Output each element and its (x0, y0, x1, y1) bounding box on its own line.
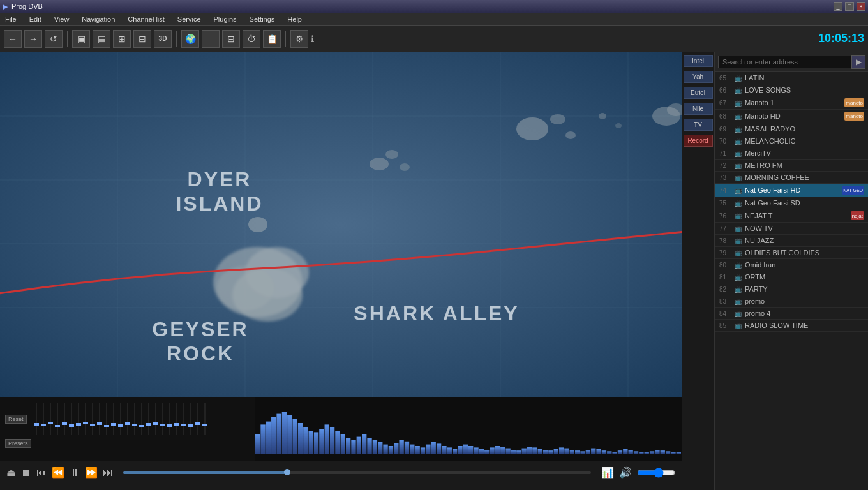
refresh-button[interactable]: ↺ (45, 30, 63, 48)
menu-channel-list[interactable]: Channel list (125, 14, 167, 24)
channel-item[interactable]: 81 📺 ORTM (715, 271, 868, 283)
presets-button[interactable]: Presets (5, 439, 31, 448)
channel-item[interactable]: 75 📺 Nat Geo Farsi SD (715, 197, 868, 209)
search-button[interactable]: ▶ (851, 55, 865, 69)
view-wide-button[interactable]: ▤ (93, 30, 110, 48)
prev-chapter-button[interactable]: ⏮ (36, 467, 47, 479)
channel-item[interactable]: 71 📺 MerciTV (715, 147, 868, 160)
record-label-button[interactable]: Record (684, 135, 713, 147)
channel-item[interactable]: 79 📺 OLDIES BUT GOLDIES (715, 247, 868, 259)
equalizer-icon[interactable]: 📊 (601, 466, 614, 479)
view-3d-button[interactable]: 3D (154, 30, 172, 48)
eq-slider-thumb[interactable] (132, 424, 137, 426)
menu-service[interactable]: Service (175, 14, 204, 24)
fast-forward-button[interactable]: ⏩ (85, 466, 98, 479)
search-input[interactable] (718, 56, 851, 68)
eq-slider-thumb[interactable] (48, 422, 53, 424)
view-list-button[interactable]: ⊟ (133, 30, 151, 48)
channel-item[interactable]: 83 📺 promo (715, 295, 868, 308)
menu-file[interactable]: File (3, 14, 19, 24)
minimize-button[interactable]: _ (834, 2, 842, 11)
menu-help[interactable]: Help (285, 14, 304, 24)
eq-slider-thumb[interactable] (104, 425, 109, 427)
channel-item[interactable]: 82 📺 PARTY (715, 283, 868, 295)
eq-slider-thumb[interactable] (181, 424, 186, 426)
channel-item[interactable]: 72 📺 METRO FM (715, 160, 868, 172)
eq-slider-thumb[interactable] (69, 424, 74, 427)
channel-item[interactable]: 85 📺 RADIO SLOW TIME (715, 320, 868, 332)
sat-eutel[interactable]: Eutel (684, 87, 713, 99)
eq-slider-thumb[interactable] (62, 422, 67, 425)
eq-slider-thumb[interactable] (188, 424, 193, 427)
eq-slider-thumb[interactable] (167, 424, 172, 427)
menu-plugins[interactable]: Plugins (211, 14, 239, 24)
eq-slider-thumb[interactable] (202, 424, 207, 426)
channel-item[interactable]: 68 📺 Manoto HD manoto (715, 110, 868, 123)
stop-button[interactable]: ⏹ (21, 467, 31, 479)
menu-settings[interactable]: Settings (247, 14, 278, 24)
video-player[interactable]: DYER ISLAND SHARK ALLEY GEYSER ROCK (0, 52, 682, 397)
timer-button[interactable]: ⏱ (243, 30, 260, 48)
eq-slider-thumb[interactable] (153, 422, 158, 425)
channel-item[interactable]: 66 📺 LOVE SONGS (715, 84, 868, 96)
channel-item[interactable]: 67 📺 Manoto 1 manoto (715, 96, 868, 110)
sat-yah[interactable]: Yah (684, 71, 713, 83)
channel-item[interactable]: 78 📺 NU JAZZ (715, 235, 868, 247)
channel-item[interactable]: 77 📺 NOW TV (715, 223, 868, 235)
settings-button[interactable]: ⚙ (290, 30, 308, 48)
back-button[interactable]: ← (4, 30, 22, 48)
rewind-button[interactable]: ⏪ (52, 466, 64, 479)
channel-item[interactable]: 74 📺 Nat Geo Farsi HD NAT GEO (715, 184, 868, 197)
eq-band (33, 400, 40, 435)
eq-slider-thumb[interactable] (195, 422, 200, 425)
channel-number: 67 (719, 100, 732, 107)
channel-scroll[interactable]: 65 📺 LATIN 66 📺 LOVE SONGS 67 📺 Manoto 1… (715, 72, 868, 490)
sat-intel[interactable]: Intel (684, 55, 713, 67)
channel-item[interactable]: 84 📺 promo 4 (715, 308, 868, 320)
dash-button[interactable]: — (202, 30, 220, 48)
reset-button[interactable]: Reset (5, 415, 27, 424)
channel-item[interactable]: 70 📺 MELANCHOLIC (715, 135, 868, 147)
channel-item[interactable]: 80 📺 Omid Iran (715, 259, 868, 271)
sat-nile[interactable]: Nile (684, 103, 713, 115)
maximize-button[interactable]: □ (845, 2, 854, 11)
eq-slider-thumb[interactable] (34, 423, 39, 426)
volume-icon[interactable]: 🔊 (619, 466, 632, 479)
progress-bar[interactable] (123, 471, 591, 474)
eq-slider-thumb[interactable] (97, 422, 102, 425)
eject-icon[interactable]: ⏏ (6, 466, 16, 479)
sat-tv[interactable]: TV (684, 119, 713, 131)
menu-navigation[interactable]: Navigation (79, 14, 117, 24)
eq-slider-thumb[interactable] (174, 423, 179, 426)
channel-type-icon: 📺 (735, 150, 742, 157)
world-button[interactable]: 🌍 (181, 30, 199, 48)
forward-button[interactable]: → (24, 30, 42, 48)
eq-slider-thumb[interactable] (139, 425, 144, 427)
close-button[interactable]: × (857, 2, 865, 11)
clipboard-button[interactable]: 📋 (263, 30, 281, 48)
volume-slider[interactable] (637, 468, 675, 478)
eq-slider-thumb[interactable] (90, 424, 95, 426)
eq-slider-thumb[interactable] (160, 424, 165, 426)
channel-item[interactable]: 76 📺 NEJAT T nejat (715, 209, 868, 223)
view-grid-button[interactable]: ⊞ (113, 30, 131, 48)
channel-item[interactable]: 69 📺 MASAL RADYO (715, 123, 868, 135)
next-chapter-button[interactable]: ⏭ (103, 467, 113, 479)
channel-item[interactable]: 73 📺 MORNING COFFEE (715, 172, 868, 184)
eq-slider-thumb[interactable] (83, 422, 88, 424)
menu-edit[interactable]: Edit (27, 14, 44, 24)
channel-item[interactable]: 65 📺 LATIN (715, 72, 868, 84)
pause-button[interactable]: ⏸ (70, 467, 80, 479)
eq-slider-thumb[interactable] (111, 423, 116, 426)
eq-slider-thumb[interactable] (76, 423, 81, 426)
eq-slider-thumb[interactable] (125, 422, 130, 425)
eq-slider-thumb[interactable] (41, 424, 46, 426)
menu-view[interactable]: View (52, 14, 72, 24)
eq-slider-thumb[interactable] (55, 425, 60, 427)
eq-slider-thumb[interactable] (146, 423, 151, 426)
eq-slider-thumb[interactable] (118, 424, 123, 427)
eq-band (40, 400, 47, 435)
minus-button[interactable]: ⊟ (222, 30, 240, 48)
map-svg: DYER ISLAND SHARK ALLEY GEYSER ROCK (0, 52, 682, 397)
view-normal-button[interactable]: ▣ (72, 30, 90, 48)
